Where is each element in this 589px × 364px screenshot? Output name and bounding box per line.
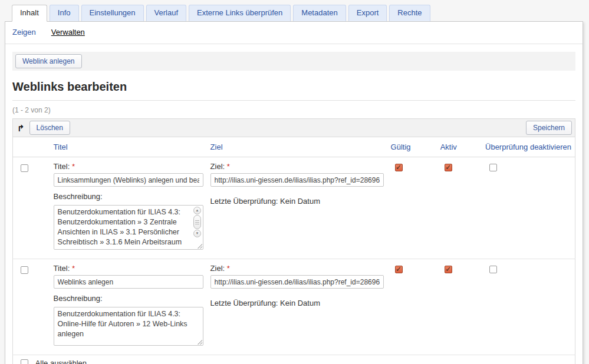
subtab-zeigen[interactable]: Zeigen [12, 28, 36, 37]
column-select [13, 137, 45, 157]
table-header-actions: ↱ Löschen Speichern [13, 119, 575, 137]
scroll-up-icon[interactable]: ▲ [193, 207, 201, 214]
scroll-down-icon[interactable]: ▼ [193, 230, 201, 237]
tab-externe-links[interactable]: Externe Links überprüfen [189, 5, 291, 21]
last-check-text: Letzte Überprüfung: Kein Datum [210, 299, 384, 307]
resize-grip-icon[interactable] [197, 243, 202, 249]
pagination-top: (1 - 2 von 2) [12, 106, 575, 114]
textarea-scrollbar[interactable]: ▲ ▼ [193, 207, 202, 237]
subtab-verwalten[interactable]: Verwalten [51, 28, 85, 37]
table-row: Titel: * Beschreibung: Benutzerdokumenta… [13, 157, 575, 259]
page-title: Weblinks bearbeiten [12, 80, 575, 101]
gueltig-checkbox[interactable]: ✓ [395, 164, 403, 171]
content-panel: Zeigen Verwalten Weblink anlegen Weblink… [5, 21, 583, 364]
aktiv-checkbox[interactable]: ✓ [445, 164, 452, 171]
delete-button-top[interactable]: Löschen [29, 121, 70, 135]
beschreibung-textarea[interactable]: Benutzerdokumentation für ILIAS 4.3: Onl… [54, 307, 203, 346]
titel-input[interactable] [54, 275, 203, 289]
ziel-label: Ziel: * [210, 162, 384, 171]
select-all-row: Alle auswählen [13, 355, 575, 364]
tab-rechte[interactable]: Rechte [389, 5, 430, 21]
column-ueberpruefung-deaktivieren[interactable]: Überprüfung deaktivieren [482, 137, 575, 157]
weblinks-table: ↱ Löschen Speichern Titel Ziel Gültig Ak… [12, 118, 575, 364]
column-aktiv[interactable]: Aktiv [437, 137, 482, 157]
subtabbar: Zeigen Verwalten [5, 22, 583, 44]
required-asterisk: * [72, 162, 75, 171]
required-asterisk: * [227, 162, 230, 171]
apply-selection-up-icon: ↱ [16, 124, 26, 133]
gueltig-checkbox[interactable]: ✓ [395, 266, 403, 273]
column-gueltig[interactable]: Gültig [387, 137, 437, 157]
ziel-label: Ziel: * [210, 264, 384, 273]
tab-inhalt[interactable]: Inhalt [12, 5, 47, 22]
table-column-header-row: Titel Ziel Gültig Aktiv Überprüfung deak… [13, 137, 575, 157]
required-asterisk: * [72, 264, 75, 273]
beschreibung-label: Beschreibung: [54, 294, 203, 303]
beschreibung-label: Beschreibung: [54, 192, 203, 201]
row-select-checkbox[interactable] [21, 266, 28, 274]
create-toolbar: Weblink anlegen [12, 52, 575, 71]
tab-verlauf[interactable]: Verlauf [146, 5, 186, 21]
titel-input[interactable] [54, 173, 203, 187]
ziel-input[interactable] [210, 275, 384, 289]
column-ziel[interactable]: Ziel [207, 137, 387, 157]
aktiv-checkbox[interactable]: ✓ [445, 266, 452, 273]
save-button-top[interactable]: Speichern [526, 121, 572, 135]
required-asterisk: * [227, 264, 230, 273]
create-weblink-button[interactable]: Weblink anlegen [15, 54, 82, 68]
tab-metadaten[interactable]: Metadaten [293, 5, 345, 21]
disable-check-checkbox[interactable] [489, 164, 497, 171]
select-all-label: Alle auswählen [35, 359, 87, 364]
tab-einstellungen[interactable]: Einstellungen [81, 5, 144, 21]
resize-grip-icon[interactable] [197, 339, 202, 345]
select-all-checkbox[interactable] [21, 359, 28, 364]
titel-label: Titel: * [54, 162, 203, 171]
table-row: Titel: * Beschreibung: Benutzerdokumenta… [13, 259, 575, 355]
tab-info[interactable]: Info [50, 5, 79, 21]
last-check-text: Letzte Überprüfung: Kein Datum [210, 197, 384, 206]
tab-export[interactable]: Export [348, 5, 387, 21]
main-tabbar: Inhalt Info Einstellungen Verlauf Extern… [5, 0, 589, 21]
titel-label: Titel: * [54, 264, 203, 273]
ziel-input[interactable] [210, 173, 384, 187]
row-select-checkbox[interactable] [21, 164, 28, 172]
column-titel[interactable]: Titel [45, 137, 207, 157]
disable-check-checkbox[interactable] [489, 266, 497, 273]
beschreibung-textarea[interactable]: Benutzerdokumentation für ILIAS 4.3: Ben… [54, 205, 203, 250]
scrollbar-thumb[interactable] [193, 215, 201, 229]
